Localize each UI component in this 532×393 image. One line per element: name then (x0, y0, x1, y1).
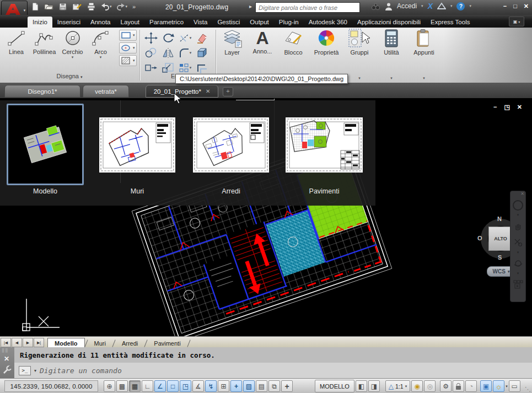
maximize-button[interactable]: □ (513, 3, 517, 10)
fillet-button[interactable]: ▾ (179, 47, 192, 58)
help-dropdown[interactable]: ▾ (469, 4, 471, 8)
resize-grip[interactable]: ⋱ (525, 386, 531, 393)
preview-thumb-muri[interactable] (99, 117, 175, 173)
redo-icon[interactable] (117, 3, 125, 10)
layout-nav-prev[interactable]: ◀ (12, 338, 22, 347)
toolbar-lock-button[interactable] (453, 380, 464, 392)
annotation-visibility-button[interactable]: ◉ (411, 380, 423, 392)
open-file-icon[interactable] (44, 2, 53, 11)
zoom-extents-icon[interactable] (510, 234, 525, 251)
viewcube-north[interactable]: N (497, 216, 502, 222)
layout-nav-next[interactable]: ▶ (23, 338, 33, 347)
drawing-tab-vetrata[interactable]: vetrata* (83, 85, 129, 98)
toggle-polar-tracking[interactable]: ∠ (154, 380, 166, 392)
cerchio-button[interactable]: Cerchio ▾ (60, 30, 85, 66)
signin-dropdown[interactable]: ▾ (421, 4, 423, 8)
arco-dropdown[interactable]: ▾ (100, 55, 102, 60)
appunti-flyout[interactable]: ▾ (423, 76, 425, 80)
layout-nav-last[interactable]: ▶| (34, 338, 44, 347)
title-flyout-arrow[interactable]: ▸ (249, 3, 252, 9)
arco-button[interactable]: Arco ▾ (88, 30, 114, 66)
annotation-scale-button[interactable]: △ 1:1 ▾ (385, 380, 410, 392)
coordinates-readout[interactable]: 145.2339, 150.0682, 0.0000 (4, 380, 98, 392)
toggle-3d-object-snap[interactable]: ◳ (180, 380, 191, 392)
toggle-lineweight[interactable]: + (230, 380, 242, 392)
ribbon-tab-layout[interactable]: Layout (116, 17, 145, 28)
exchange-apps-icon[interactable]: X (428, 2, 433, 10)
tab-close-icon[interactable]: ✕ (206, 88, 210, 94)
clean-screen-button[interactable]: ▭ (509, 380, 520, 392)
preview-label-arredi[interactable]: Arredi (193, 187, 269, 195)
toggle-dynamic-input[interactable]: ⊞ (218, 380, 229, 392)
isolate-bulb-button[interactable]: ☼ (493, 380, 504, 392)
save-icon[interactable] (58, 2, 67, 11)
ribbon-tab-inserisci[interactable]: Inserisci (52, 17, 85, 28)
gruppi-flyout[interactable]: ▾ (358, 76, 361, 80)
search-input[interactable] (255, 2, 360, 13)
toggle-object-snap-tracking[interactable]: ∡ (192, 380, 204, 392)
sign-in-button[interactable]: Accedi (397, 2, 417, 10)
toggle-dynamic-ucs[interactable]: ↯ (205, 380, 217, 392)
toggle-ortho-mode[interactable]: ∟ (142, 380, 153, 392)
search-binoculars-icon[interactable] (371, 2, 380, 10)
layout-tab-arredi[interactable]: Arredi (115, 338, 144, 348)
viewcube-top-face[interactable]: ALTO (488, 227, 513, 251)
ribbon-tab-plugin[interactable]: Plug-in (274, 17, 304, 28)
preview-thumb-pavimenti[interactable] (286, 117, 363, 173)
copy-icon[interactable] (144, 47, 158, 59)
panel-appunti[interactable]: Appunti ▾ (407, 29, 440, 82)
viewport-close-button[interactable]: ✕ (517, 104, 522, 111)
recent-commands-dropdown[interactable]: ▾ (34, 368, 36, 373)
redo-dropdown[interactable]: ▾ (126, 4, 128, 9)
toggle-infer-constraints[interactable]: ⊕ (104, 380, 115, 392)
toggle-snap-mode[interactable]: ▩ (116, 380, 128, 392)
ribbon-tab-inizio[interactable]: Inizio (28, 17, 52, 28)
zoom-dropdown[interactable]: ▾ (510, 251, 525, 255)
help-icon[interactable]: ? (456, 2, 465, 10)
wheel-dropdown[interactable]: ▾ (510, 213, 525, 218)
viewport-minimize-button[interactable]: − (493, 104, 497, 111)
orbit-icon[interactable] (510, 255, 525, 272)
annotation-autoscale-button[interactable]: ◎ (424, 380, 436, 392)
toggle-object-snap[interactable]: □ (167, 380, 179, 392)
move-icon[interactable] (144, 32, 158, 44)
mirror-icon[interactable] (162, 47, 175, 59)
toggle-quick-properties[interactable]: ▤ (256, 380, 267, 392)
command-close-icon[interactable]: ✕ (4, 355, 9, 363)
array-button[interactable]: ▾ (179, 62, 192, 73)
isolate-dropdown[interactable]: ▾ (506, 384, 508, 389)
toggle-transparency[interactable]: ▨ (243, 380, 255, 392)
pan-hand-icon[interactable] (510, 218, 525, 234)
close-button[interactable]: ✕ (524, 3, 529, 10)
toggle-selection-cycling[interactable]: ⧉ (268, 380, 280, 392)
ribbon-tab-gestisci[interactable]: Gestisci (212, 17, 245, 28)
command-drag-grip[interactable]: ⣿⣿ (2, 348, 8, 353)
ribbon-tab-parametrico[interactable]: Parametrico (144, 17, 189, 28)
polilinea-button[interactable]: Polilinea (31, 30, 57, 66)
utilita-flyout[interactable]: ▾ (390, 76, 393, 80)
pan-button[interactable]: + (281, 380, 293, 392)
ribbon-tab-applicazioni[interactable]: Applicazioni disponibili (352, 17, 426, 28)
layout-tab-muri[interactable]: Muri (88, 338, 112, 348)
quick-view-layouts-button[interactable]: ◧ (356, 380, 367, 392)
performance-button[interactable]: ◔ (465, 380, 477, 392)
panel-label-disegna[interactable]: Disegna ▾ (0, 73, 139, 79)
undo-icon[interactable] (101, 3, 109, 10)
toggle-grid-display[interactable]: ▦ (129, 380, 141, 392)
command-input-placeholder[interactable]: Digitare un comando (40, 367, 122, 375)
print-icon[interactable] (87, 2, 96, 11)
erase-icon[interactable] (196, 32, 209, 44)
rectangle-tool-button[interactable]: ▾ (119, 30, 137, 41)
cerchio-dropdown[interactable]: ▾ (72, 55, 74, 60)
a360-icon[interactable] (437, 2, 446, 10)
ribbon-tab-output[interactable]: Output (245, 17, 274, 28)
navbar-close-icon[interactable]: ✕ (520, 191, 524, 196)
settings-gear-button[interactable]: ⚙ (440, 380, 452, 392)
ellipse-tool-button[interactable]: ▾ (119, 42, 137, 53)
minimize-button[interactable]: − (503, 3, 507, 10)
drawing-tab-disegno1[interactable]: Disegno1* (4, 85, 80, 98)
preview-label-pavimenti[interactable]: Pavimenti (286, 187, 363, 195)
isolate-objects-button[interactable]: ▣ (480, 380, 492, 392)
linea-button[interactable]: Linea (3, 30, 29, 66)
new-drawing-tab-button[interactable]: + (223, 87, 233, 96)
